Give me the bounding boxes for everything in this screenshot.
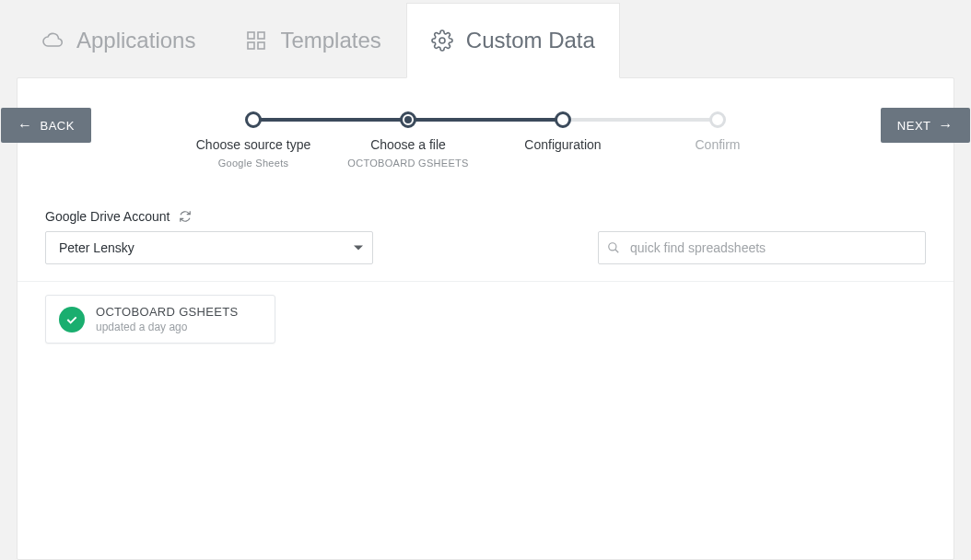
step-dot-2[interactable]: [400, 111, 416, 128]
svg-point-4: [439, 38, 445, 43]
tab-label: Templates: [280, 28, 380, 53]
check-icon: [59, 307, 85, 332]
step-1-title: Choose source type: [176, 137, 331, 152]
search-icon: [607, 241, 620, 254]
tab-templates[interactable]: Templates: [220, 3, 405, 77]
step-2-title: Choose a file: [331, 137, 486, 152]
svg-point-5: [609, 243, 616, 251]
account-select[interactable]: Peter Lensky: [45, 231, 373, 264]
file-list: OCTOBOARD GSHEETS updated a day ago: [18, 282, 953, 356]
svg-line-6: [615, 250, 619, 253]
gear-icon: [431, 29, 453, 52]
main-tabs: Applications Templates Custom Data: [17, 0, 954, 77]
search-input[interactable]: [598, 231, 926, 264]
step-4-title: Confirm: [640, 137, 795, 152]
tab-label: Applications: [76, 28, 195, 53]
next-button-label: NEXT: [897, 119, 931, 133]
svg-rect-3: [258, 42, 264, 49]
svg-rect-0: [248, 32, 254, 39]
step-dot-1[interactable]: [245, 111, 262, 128]
svg-rect-2: [248, 42, 254, 49]
arrow-right-icon: →: [939, 118, 954, 133]
file-item[interactable]: OCTOBOARD GSHEETS updated a day ago: [45, 295, 275, 344]
step-1-sub: Google Sheets: [176, 158, 331, 169]
wizard-panel: ← BACK Choose source type Google Sheets: [17, 77, 954, 560]
tab-applications[interactable]: Applications: [17, 3, 220, 77]
step-3-title: Configuration: [486, 137, 640, 152]
back-button[interactable]: ← BACK: [1, 108, 91, 143]
cloud-icon: [41, 29, 64, 52]
arrow-left-icon: ←: [18, 118, 33, 133]
file-title: OCTOBOARD GSHEETS: [96, 305, 238, 319]
next-button[interactable]: NEXT →: [881, 108, 970, 143]
chevron-down-icon: [354, 246, 363, 251]
refresh-icon[interactable]: [179, 210, 192, 223]
file-subtitle: updated a day ago: [96, 321, 238, 333]
step-dot-3[interactable]: [555, 111, 571, 128]
stepper: Choose source type Google Sheets Choose …: [176, 111, 795, 169]
tab-custom-data[interactable]: Custom Data: [406, 3, 620, 78]
grid-icon: [245, 29, 267, 52]
back-button-label: BACK: [41, 119, 75, 133]
tab-label: Custom Data: [466, 28, 595, 53]
step-dot-4[interactable]: [709, 111, 726, 128]
svg-rect-1: [258, 32, 264, 39]
account-label: Google Drive Account: [45, 209, 170, 224]
account-selected-value: Peter Lensky: [59, 240, 135, 255]
step-2-sub: OCTOBOARD GSHEETS: [331, 158, 486, 169]
